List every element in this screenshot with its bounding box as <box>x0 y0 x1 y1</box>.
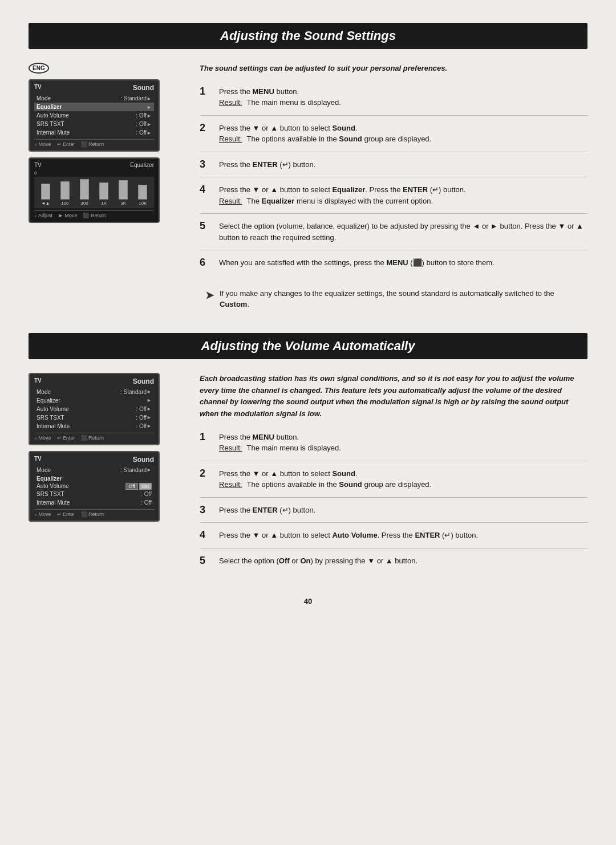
tv-eq-title: Equalizer <box>130 162 154 168</box>
section1-title: Adjusting the Sound Settings <box>29 23 587 49</box>
section2-intro: Each broadcasting station has its own si… <box>200 373 587 420</box>
section2-steps: 1 Press the MENU button. Result: The mai… <box>200 432 587 574</box>
step2-1: 1 Press the MENU button. Result: The mai… <box>200 432 587 461</box>
section-sound-settings: Adjusting the Sound Settings ENG TV Soun… <box>29 23 587 316</box>
page-number: 40 <box>29 597 587 606</box>
section2-content: TV Sound Mode : Standard ► Equalizer ► A… <box>29 373 587 580</box>
eq-bar-100: 100 <box>56 181 74 206</box>
section1-content: ENG TV Sound Mode : Standard ► Equalizer… <box>29 63 587 316</box>
eq-bars-container: ◄▲ 100 300 <box>34 177 154 208</box>
eq-bar-300: 300 <box>75 179 93 206</box>
step-3: 3 Press the ENTER (↵) button. <box>200 159 587 178</box>
section1-steps: 1 Press the MENU button. Result: The mai… <box>200 86 587 275</box>
step-6: 6 When you are satisfied with the settin… <box>200 257 587 275</box>
step-2: 2 Press the ▼ or ▲ button to select Soun… <box>200 123 587 152</box>
step2-3: 3 Press the ENTER (↵) button. <box>200 505 587 523</box>
step2-2: 2 Press the ▼ or ▲ button to select Soun… <box>200 468 587 498</box>
menu-title-2a: Sound <box>133 377 154 385</box>
menu-item-srs: SRS TSXT : Off ► <box>34 120 154 128</box>
menu-item-mode: Mode : Standard ► <box>34 94 154 103</box>
tv-menu-footer-2b: ⬦ Move ↵ Enter ⬛ Return <box>34 509 154 517</box>
section1-intro: The sound settings can be adjusted to su… <box>200 63 587 75</box>
step-1: 1 Press the MENU button. Result: The mai… <box>200 86 587 116</box>
tv-eq-screen: TV Equalizer 0 ◄▲ <box>29 157 160 223</box>
tv-label-1: TV <box>34 84 42 92</box>
eq-bar-1: ◄▲ <box>37 182 54 206</box>
menu-item-eq-2a: Equalizer ► <box>34 396 154 405</box>
menu-item-equalizer: Equalizer ► <box>34 103 154 111</box>
tv-menu-sound-2a: TV Sound Mode : Standard ► Equalizer ► A… <box>29 373 160 445</box>
tv-menu-sound-2b: TV Sound Mode : Standard ► Equalizer <box>29 451 160 522</box>
menu-title-1: Sound <box>133 84 154 92</box>
tv-label-2b: TV <box>34 456 42 464</box>
menu-item-mute-2a: Internal Mute : Off ► <box>34 422 154 430</box>
menu-item-internal-mute: Internal Mute : Off ► <box>34 128 154 137</box>
section-volume-auto: Adjusting the Volume Automatically TV So… <box>29 333 587 580</box>
menu-title-2b: Sound <box>133 456 154 464</box>
eq-bar-1k: 1K <box>95 182 113 206</box>
step-5: 5 Select the option (volume, balance, eq… <box>200 221 587 250</box>
page: Adjusting the Sound Settings ENG TV Soun… <box>0 0 616 845</box>
section2-left: TV Sound Mode : Standard ► Equalizer ► A… <box>29 373 183 580</box>
menu-item-mute-2b: Internal Mute : Off <box>34 498 154 507</box>
menu-item-av-2a: Auto Volume : Off ► <box>34 405 154 413</box>
menu-item-auto-volume: Auto Volume : Off ► <box>34 111 154 120</box>
section2-right: Each broadcasting station has its own si… <box>200 373 587 580</box>
note-arrow-icon: ➤ <box>205 289 214 302</box>
eq-bar-10k: 10K <box>134 185 152 206</box>
section1-note: ➤ If you make any changes to the equaliz… <box>200 282 587 316</box>
tv-label-2a: TV <box>34 377 42 385</box>
eq-footer: ⬦ Adjust ► Move ⬛ Return <box>34 210 154 218</box>
tv-menu-sound-1: TV Sound Mode : Standard ► Equalizer ► A… <box>29 79 160 152</box>
eq-bar-3k: 3K <box>115 180 132 206</box>
section1-left: ENG TV Sound Mode : Standard ► Equalizer… <box>29 63 183 316</box>
step2-4: 4 Press the ▼ or ▲ button to select Auto… <box>200 530 587 549</box>
section1-right: The sound settings can be adjusted to su… <box>200 63 587 316</box>
section1-note-text: If you make any changes to the equalizer… <box>220 288 582 310</box>
step-4: 4 Press the ▼ or ▲ button to select Equa… <box>200 184 587 214</box>
menu-item-srs-2b: SRS TSXT : Off <box>34 490 154 498</box>
eng-badge: ENG <box>29 63 49 74</box>
auto-vol-on: On <box>139 483 152 490</box>
tv-menu-footer-2a: ⬦ Move ↵ Enter ⬛ Return <box>34 433 154 441</box>
tv-eq-label: TV <box>34 162 42 168</box>
auto-vol-off: Off <box>125 483 138 490</box>
menu-item-av-2b: Auto Volume Off On <box>34 483 154 490</box>
section2-title: Adjusting the Volume Automatically <box>29 333 587 359</box>
menu-item-srs-2a: SRS TSXT : Off ► <box>34 413 154 422</box>
menu-item-mode-2b: Mode : Standard ► <box>34 466 154 474</box>
eq-zero: 0 <box>34 170 154 176</box>
step2-5: 5 Select the option (Off or On) by press… <box>200 555 587 574</box>
menu-item-eq-2b: Equalizer <box>34 474 154 483</box>
menu-item-mode-2a: Mode : Standard ► <box>34 388 154 396</box>
tv-menu-footer-1: ⬦ Move ↵ Enter ⬛ Return <box>34 139 154 147</box>
